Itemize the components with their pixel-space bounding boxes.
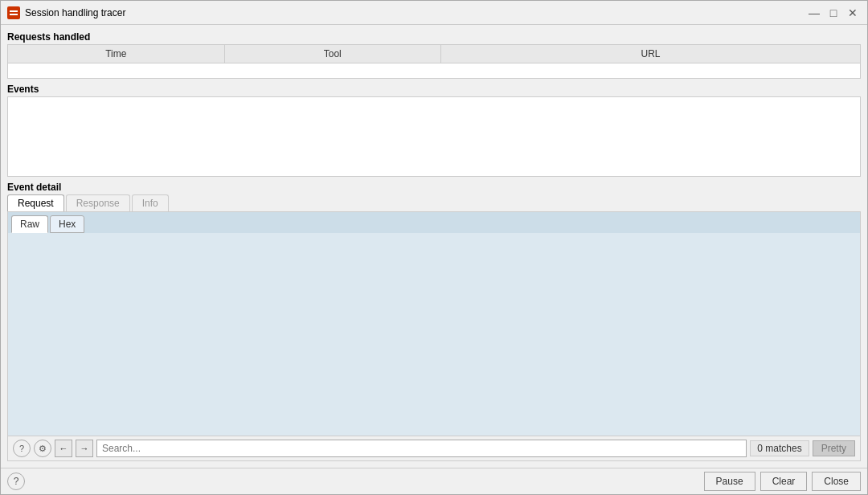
gear-icon-button[interactable]: ⚙ (34, 440, 51, 457)
bottom-left: ? (7, 472, 25, 490)
pretty-button[interactable]: Pretty (813, 440, 855, 456)
requests-table-body (7, 63, 861, 79)
maximize-button[interactable]: □ (825, 5, 841, 21)
requests-label: Requests handled (7, 31, 861, 43)
detail-panel: Raw Hex ? ⚙ ← → 0 matches Pretty (7, 211, 861, 461)
main-content: Requests handled Time Tool URL Events Ev… (1, 25, 867, 468)
svg-rect-0 (7, 6, 20, 19)
matches-badge: 0 matches (750, 440, 809, 456)
bottom-right: Pause Clear Close (704, 472, 861, 491)
prev-match-button[interactable]: ← (55, 440, 72, 457)
sub-tab-hex[interactable]: Hex (50, 215, 84, 233)
sub-tab-raw[interactable]: Raw (11, 215, 48, 233)
event-detail-section: Event detail Request Response Info Raw (7, 182, 861, 461)
main-window: Session handling tracer — □ ✕ Requests h… (0, 0, 868, 495)
events-label: Events (7, 84, 861, 95)
search-input[interactable] (96, 440, 747, 457)
search-bar: ? ⚙ ← → 0 matches Pretty (8, 436, 860, 460)
event-detail-tabs: Request Response Info (7, 194, 861, 211)
minimize-button[interactable]: — (806, 5, 822, 21)
clear-button[interactable]: Clear (760, 472, 808, 491)
close-window-button[interactable]: ✕ (845, 5, 861, 21)
title-bar-left: Session handling tracer (7, 6, 125, 19)
svg-rect-1 (10, 10, 18, 12)
title-bar: Session handling tracer — □ ✕ (1, 1, 867, 25)
detail-content-area (8, 233, 860, 436)
close-button[interactable]: Close (812, 472, 861, 491)
event-detail-label: Event detail (7, 182, 861, 193)
help-icon-button[interactable]: ? (13, 440, 31, 457)
pause-button[interactable]: Pause (704, 472, 755, 491)
tab-info[interactable]: Info (132, 194, 169, 211)
tab-response[interactable]: Response (66, 194, 130, 211)
col-url: URL (441, 45, 860, 63)
requests-section: Requests handled Time Tool URL (7, 31, 861, 79)
bottom-help-button[interactable]: ? (7, 472, 25, 490)
tab-request[interactable]: Request (7, 194, 64, 211)
events-area (7, 96, 861, 177)
app-icon (7, 6, 20, 19)
window-title: Session handling tracer (25, 7, 125, 18)
next-match-button[interactable]: → (76, 440, 93, 457)
svg-rect-2 (10, 14, 18, 15)
requests-table-header: Time Tool URL (7, 44, 861, 63)
col-tool: Tool (225, 45, 442, 63)
events-section: Events (7, 84, 861, 177)
sub-tabs-row: Raw Hex (8, 212, 860, 233)
bottom-bar: ? Pause Clear Close (1, 468, 867, 494)
title-bar-controls: — □ ✕ (806, 5, 861, 21)
col-time: Time (8, 45, 225, 63)
